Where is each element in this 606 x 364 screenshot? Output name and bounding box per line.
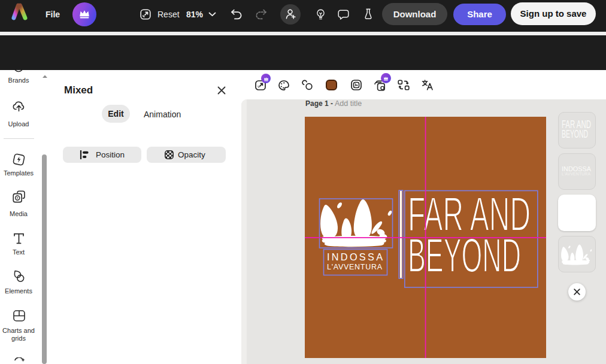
- svg-text:L'AVVENTURA: L'AVVENTURA: [562, 172, 590, 176]
- svg-text:BEYOND: BEYOND: [562, 128, 588, 140]
- svg-text:INDOSSA: INDOSSA: [327, 251, 383, 262]
- svg-text:BEYOND: BEYOND: [408, 229, 521, 282]
- svg-text:L'AVVENTURA: L'AVVENTURA: [327, 263, 383, 271]
